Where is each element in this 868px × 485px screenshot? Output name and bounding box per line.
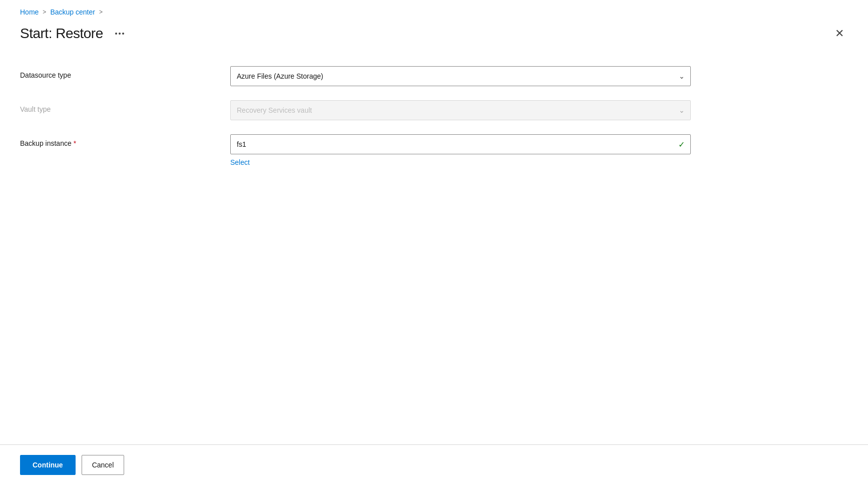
more-options-button[interactable] <box>111 31 128 37</box>
dot3 <box>122 33 124 35</box>
vault-type-row: Vault type Recovery Services vault ⌄ <box>20 93 848 127</box>
page-header-left: Start: Restore <box>20 26 128 42</box>
backup-instance-row: Backup instance * ✓ Select <box>20 127 848 173</box>
backup-instance-label-text: Backup instance <box>20 139 72 147</box>
breadcrumb-backup-center-link[interactable]: Backup center <box>50 8 95 16</box>
dot2 <box>119 33 121 35</box>
datasource-type-row: Datasource type Azure Files (Azure Stora… <box>20 59 848 93</box>
vault-type-select[interactable]: Recovery Services vault <box>230 100 691 120</box>
backup-instance-input[interactable] <box>230 134 691 154</box>
backup-instance-control: ✓ Select <box>230 134 691 166</box>
close-button[interactable]: ✕ <box>831 24 848 43</box>
dot1 <box>115 33 117 35</box>
footer: Continue Cancel <box>0 444 868 485</box>
form-section: Datasource type Azure Files (Azure Stora… <box>20 59 848 444</box>
datasource-type-select-wrapper: Azure Files (Azure Storage) Azure Virtua… <box>230 66 691 86</box>
breadcrumb-home-link[interactable]: Home <box>20 8 39 16</box>
backup-instance-label: Backup instance * <box>20 134 230 147</box>
backup-instance-select-link[interactable]: Select <box>230 156 691 166</box>
vault-type-control: Recovery Services vault ⌄ <box>230 100 691 120</box>
vault-type-label: Vault type <box>20 100 230 113</box>
breadcrumb-separator-2: > <box>99 9 103 16</box>
continue-button[interactable]: Continue <box>20 455 76 475</box>
page-header: Start: Restore ✕ <box>20 20 848 59</box>
page-title: Start: Restore <box>20 26 103 42</box>
breadcrumb-separator-1: > <box>43 9 46 16</box>
backup-instance-input-wrapper: ✓ <box>230 134 691 154</box>
datasource-type-label: Datasource type <box>20 66 230 79</box>
datasource-type-control: Azure Files (Azure Storage) Azure Virtua… <box>230 66 691 86</box>
breadcrumb: Home > Backup center > <box>20 0 848 20</box>
cancel-button[interactable]: Cancel <box>82 455 125 475</box>
datasource-type-select[interactable]: Azure Files (Azure Storage) Azure Virtua… <box>230 66 691 86</box>
vault-type-select-wrapper: Recovery Services vault ⌄ <box>230 100 691 120</box>
backup-instance-required-star: * <box>74 139 76 147</box>
